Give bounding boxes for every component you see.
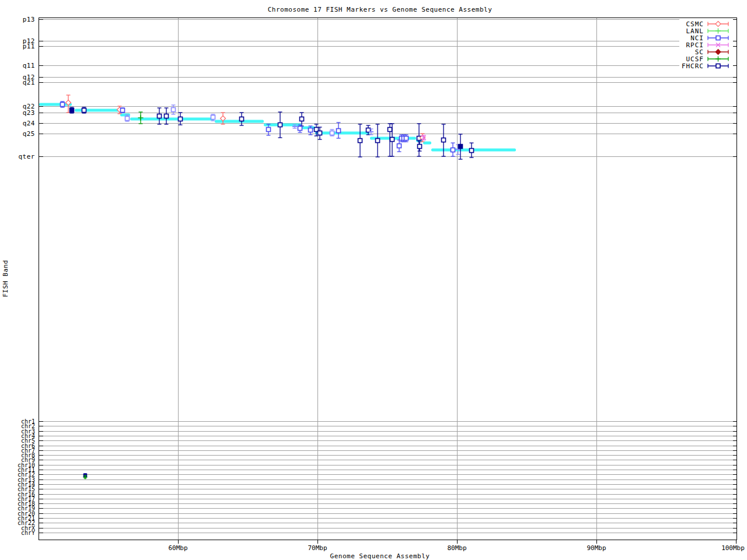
marker-square	[442, 138, 446, 142]
marker-square	[267, 128, 271, 132]
assembly-band-segment	[315, 132, 369, 135]
marker-square	[278, 123, 282, 127]
data-point-nci	[404, 135, 409, 142]
marker-square	[70, 108, 74, 113]
band-label: qter	[19, 153, 36, 160]
chromosome-label: chrY	[21, 530, 35, 536]
marker-square	[82, 108, 86, 113]
band-label: q25	[23, 130, 35, 138]
assembly-band-segment	[75, 109, 120, 112]
gridlines	[39, 18, 737, 540]
marker-square	[172, 108, 176, 112]
marker-square	[125, 117, 130, 121]
marker-square	[61, 103, 65, 107]
data-point-fhcrc	[418, 142, 422, 151]
x-tick-label: 70Mbp	[308, 544, 327, 552]
band-label: q21	[23, 79, 35, 86]
marker-square	[158, 114, 162, 118]
marker-square	[470, 149, 474, 153]
legend-label: FHCRC	[682, 62, 704, 70]
marker-square	[298, 127, 302, 131]
marker-square	[716, 64, 720, 68]
marker-square	[337, 129, 341, 133]
y-axis-label: FISH Band	[2, 250, 9, 308]
data-point-fhcrc	[70, 107, 74, 113]
data-point-fhcrc	[459, 134, 463, 159]
data-point-nci	[61, 102, 65, 107]
band-label: q24	[23, 120, 35, 127]
chart-page: Chromosome 17 FISH Markers vs Genome Seq…	[0, 0, 747, 560]
marker-square	[376, 139, 380, 143]
plot-border	[39, 18, 737, 540]
data-point-nci	[330, 130, 334, 136]
marker-square	[451, 148, 455, 152]
marker-square	[309, 128, 313, 132]
band-label: q11	[23, 62, 35, 69]
marker-square	[318, 131, 322, 135]
marker-square	[165, 114, 169, 118]
x-tick-label: 60Mbp	[168, 544, 187, 552]
band-label: p11	[23, 43, 35, 50]
marker-square	[418, 145, 422, 149]
data-point-fhcrc	[442, 124, 446, 156]
data-point-fhcrc	[179, 113, 183, 125]
data-point-nci	[298, 125, 302, 132]
marker-square	[459, 145, 463, 149]
data-point-fhcrc	[376, 124, 380, 157]
marker-square	[358, 139, 362, 143]
data-point-nci	[337, 123, 341, 138]
x-tick-label: 100Mbp	[721, 544, 745, 552]
marker-square	[300, 117, 304, 121]
data-point-ucsf	[138, 112, 144, 124]
marker-square	[390, 138, 395, 142]
data-point-fhcrc	[470, 143, 474, 158]
chart-title: Chromosome 17 FISH Markers vs Genome Seq…	[23, 6, 736, 13]
data-point-nci	[451, 143, 455, 156]
x-tick-label: 90Mbp	[587, 544, 606, 552]
data-point-fhcrc	[165, 108, 169, 124]
legend: CSMCLANLNCIRPCISCUCSFFHCRC	[679, 19, 733, 71]
marker-square	[404, 136, 409, 141]
data-point-ucsf	[83, 475, 88, 480]
chart-canvas: p13p12p11q11q12q21q22q23q24q25qterchr1ch…	[0, 0, 747, 560]
band-label: p13	[23, 16, 35, 23]
marker-square	[716, 36, 720, 40]
marker-square	[330, 131, 334, 135]
marker-square	[240, 117, 244, 121]
marker-square	[388, 128, 392, 132]
marker-square	[121, 108, 125, 113]
marker-square	[211, 116, 215, 120]
x-axis-label: Genome Sequence Assembly	[23, 552, 736, 560]
band-label: q23	[23, 109, 35, 117]
data-point-fhcrc	[158, 108, 162, 124]
assembly-band-highlights	[39, 103, 516, 152]
data-point-fhcrc	[82, 107, 86, 113]
marker-square	[397, 144, 402, 148]
marker-square	[179, 117, 183, 121]
x-tick-label: 80Mbp	[447, 544, 466, 552]
axes: p13p12p11q11q12q21q22q23q24q25qterchr1ch…	[18, 16, 745, 552]
data-point-fhcrc	[358, 124, 362, 157]
data-point-nci	[121, 108, 125, 113]
